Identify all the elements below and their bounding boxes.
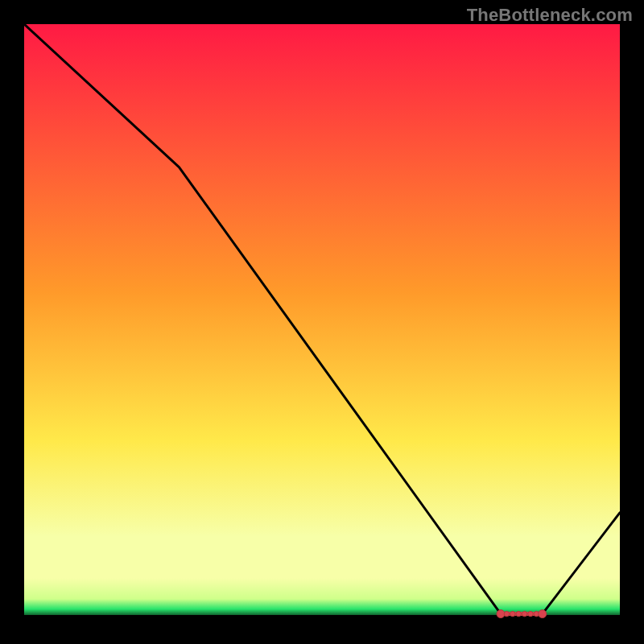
gradient-background [24,24,620,620]
optimal-marker [510,611,515,616]
optimal-marker [522,611,526,616]
watermark-text: TheBottleneck.com [467,5,633,26]
chart-svg [24,24,620,620]
optimal-marker [539,610,547,618]
optimal-marker [516,611,521,616]
optimal-marker [497,610,505,618]
chart-frame: TheBottleneck.com [0,0,644,644]
optimal-marker [528,611,533,616]
optimal-marker [504,611,509,616]
plot-area [24,24,620,620]
